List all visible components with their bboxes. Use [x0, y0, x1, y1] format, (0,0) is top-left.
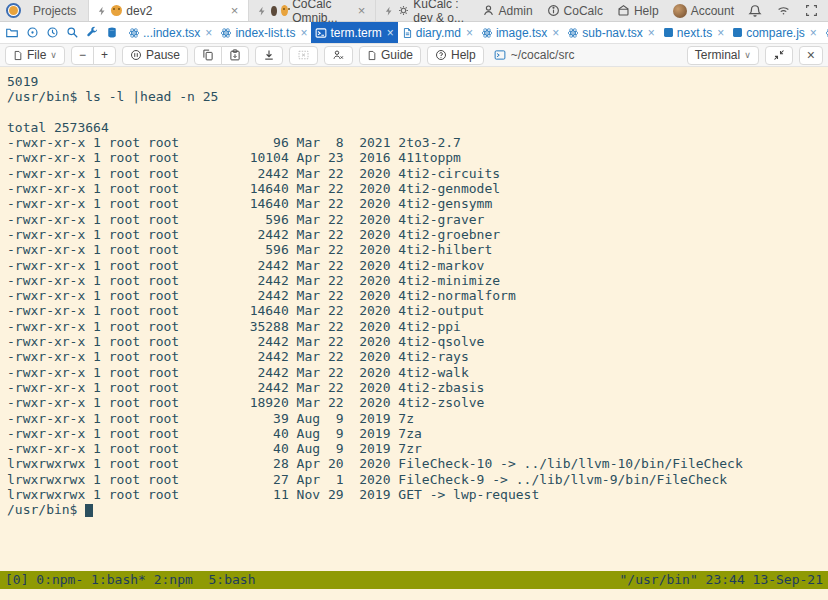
fullscreen-icon[interactable]: [805, 4, 818, 17]
copy-button[interactable]: [194, 46, 222, 65]
close-icon[interactable]: ×: [205, 26, 212, 40]
file-tab-index-list-ts[interactable]: index-list.ts ×: [216, 22, 311, 43]
smiley-icon: [111, 5, 122, 16]
pause-button[interactable]: Pause: [122, 46, 188, 65]
project-avatar-icon: [271, 6, 277, 16]
projects-button[interactable]: Projects: [31, 0, 88, 21]
bullseye-icon[interactable]: [26, 26, 39, 39]
project-tab-cocalc-omnib[interactable]: CoCalc Omnib... ×: [248, 0, 375, 21]
history-icon[interactable]: [46, 26, 59, 39]
project-tab-label: CoCalc Omnib...: [292, 0, 346, 25]
project-tab-label: KuCalc : dev & o...: [413, 0, 473, 25]
file-bar-tools: [0, 22, 124, 43]
close-icon: ×: [807, 47, 815, 63]
terminal-prompt-line[interactable]: /usr/bin$: [0, 502, 828, 517]
js-file-icon: [663, 27, 674, 38]
terminal-output[interactable]: 5019 /usr/bin$ ls -l |head -n 25 total 2…: [0, 68, 828, 502]
file-tab-term-term[interactable]: term.term ×: [311, 22, 397, 43]
tmux-windows[interactable]: [0] 0:npm- 1:bash* 2:npm 5:bash: [5, 571, 255, 589]
kick-users-button[interactable]: [324, 46, 353, 65]
cocalc-logo-icon: [6, 3, 21, 18]
exit-fullscreen-button[interactable]: [289, 46, 318, 65]
file-tab-sub-nav-tsx[interactable]: sub-nav.tsx ×: [563, 22, 658, 43]
react-icon: [128, 27, 140, 39]
close-icon[interactable]: ×: [229, 3, 241, 18]
close-icon[interactable]: ×: [300, 26, 307, 40]
js-file-icon: [732, 27, 743, 38]
wrench-icon[interactable]: [86, 26, 99, 39]
close-icon[interactable]: ×: [552, 26, 559, 40]
question-circle-icon: [435, 49, 447, 61]
file-icon: [13, 50, 23, 61]
activity-icon: [257, 5, 267, 17]
arrow-down-icon: [263, 49, 275, 61]
file-tab-image-tsx[interactable]: image.tsx ×: [477, 22, 563, 43]
activity-icon: [97, 5, 107, 17]
close-icon[interactable]: ×: [810, 26, 817, 40]
database-icon[interactable]: [106, 26, 118, 39]
terminal-cursor: [85, 504, 93, 517]
folder-icon[interactable]: [5, 26, 19, 39]
terminal-icon: [315, 27, 327, 39]
frame-exit-icon: [297, 49, 310, 61]
guide-button[interactable]: Guide: [359, 46, 421, 65]
zoom-out-button[interactable]: −: [71, 46, 94, 65]
pause-icon: [130, 49, 142, 61]
tmux-status-bar: [0] 0:npm- 1:bash* 2:npm 5:bash "/usr/bi…: [0, 571, 828, 589]
top-bar: Projects dev2 × CoCalc Omnib... × KuCalc…: [0, 0, 828, 22]
person-icon: [482, 4, 495, 17]
gear-icon: [398, 5, 409, 16]
terminal-cwd: ~/cocalc/src: [494, 48, 575, 62]
chevron-down-icon: ∨: [50, 50, 57, 60]
file-tabs-bar: ...index.tsx × index-list.ts × term.term…: [0, 22, 828, 44]
markdown-file-icon: [402, 27, 413, 39]
frame-type-button[interactable]: Terminal ∨: [687, 46, 759, 65]
zoom-in-button[interactable]: +: [93, 46, 116, 65]
close-icon[interactable]: ×: [387, 26, 394, 40]
terminal-icon: [494, 49, 506, 61]
wifi-icon: [776, 4, 791, 17]
react-icon: [481, 27, 493, 39]
close-icon[interactable]: ×: [466, 26, 473, 40]
paste-button[interactable]: [221, 46, 249, 65]
copy-icon: [202, 49, 214, 61]
react-icon: [220, 27, 232, 39]
project-tab-kucalc[interactable]: KuCalc : dev & o...: [375, 0, 481, 21]
terminal-panel[interactable]: 5019 /usr/bin$ ls -l |head -n 25 total 2…: [0, 68, 828, 600]
bell-icon[interactable]: [748, 4, 762, 18]
users-x-icon: [332, 49, 345, 61]
admin-button[interactable]: Admin: [482, 4, 533, 18]
help-button[interactable]: Help: [617, 4, 659, 18]
guide-doc-icon: [367, 50, 377, 61]
help-icon: [617, 4, 630, 17]
tmux-clock: "/usr/bin" 23:44 13-Sep-21: [620, 571, 824, 589]
smiley-icon: [281, 5, 288, 16]
file-tab-compare-js[interactable]: compare.js ×: [728, 22, 821, 43]
close-icon[interactable]: ×: [648, 26, 655, 40]
close-frame-button[interactable]: ×: [799, 46, 823, 65]
terminal-toolbar: File ∨ − + Pause Guide Help ~/cocalc/src: [0, 44, 828, 67]
file-menu-button[interactable]: File ∨: [5, 46, 65, 65]
project-tab-dev2[interactable]: dev2 ×: [88, 0, 248, 21]
shell-prompt: /usr/bin$: [7, 502, 77, 517]
search-icon[interactable]: [66, 26, 79, 39]
info-icon: [547, 4, 560, 17]
close-icon[interactable]: ×: [717, 26, 724, 40]
shrink-frame-button[interactable]: [765, 46, 793, 65]
shrink-icon: [773, 49, 785, 61]
close-icon[interactable]: ×: [356, 3, 368, 18]
file-tab-compare-ts[interactable]: compare.ts ×: [821, 22, 828, 43]
cocalc-logo[interactable]: [0, 0, 31, 21]
topbar-right: Admin CoCalc Help Account: [482, 0, 828, 21]
file-tab-index-tsx-1[interactable]: ...index.tsx ×: [124, 22, 216, 43]
file-tab-diary-md[interactable]: diary.md ×: [398, 22, 477, 43]
chevron-down-icon: ∨: [744, 50, 751, 60]
init-script-button[interactable]: [255, 46, 283, 65]
react-icon: [567, 27, 579, 39]
help-button-toolbar[interactable]: Help: [427, 46, 484, 65]
toolbar-right: Terminal ∨ ×: [687, 46, 823, 65]
file-tab-next-ts[interactable]: next.ts ×: [659, 22, 728, 43]
account-button[interactable]: Account: [673, 4, 734, 18]
paste-icon: [229, 49, 241, 61]
cocalc-menu-button[interactable]: CoCalc: [547, 4, 603, 18]
